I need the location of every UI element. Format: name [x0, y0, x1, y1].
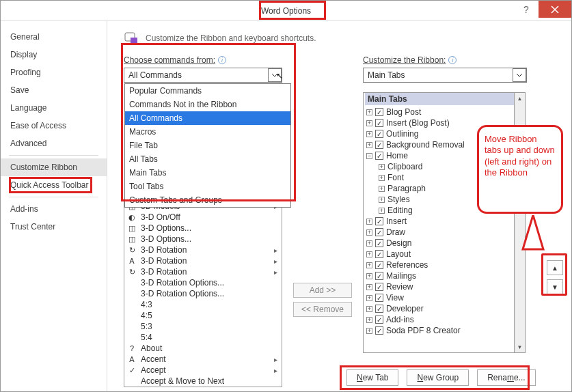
sidebar-item-save[interactable]: Save [1, 81, 107, 99]
checkbox[interactable] [375, 283, 383, 291]
dropdown-option[interactable]: Tool Tabs [125, 180, 290, 193]
command-item[interactable]: 5:4 [126, 332, 280, 343]
tree-label: Font [387, 173, 404, 182]
command-item[interactable]: ◫3-D Options... [126, 223, 280, 234]
expand-icon[interactable]: + [366, 262, 372, 268]
tree-row[interactable]: +Insert [366, 216, 513, 227]
tree-row[interactable]: +Draw [366, 227, 513, 238]
command-item[interactable]: Accept All Changes [126, 387, 280, 387]
command-item[interactable]: ✓Accept▸ [126, 365, 280, 376]
tree-row[interactable]: +Add-ins [366, 314, 513, 325]
scroll-up-icon[interactable]: ▲ [515, 93, 525, 104]
dropdown-option[interactable]: All Commands [125, 111, 290, 125]
expand-icon[interactable]: + [366, 219, 372, 225]
expand-icon[interactable]: + [366, 295, 372, 301]
sidebar-item-proofing[interactable]: Proofing [1, 64, 107, 81]
tree-row[interactable]: +Design [366, 238, 513, 249]
tree-row[interactable]: +Blog Post [366, 107, 513, 117]
expand-icon[interactable]: + [366, 284, 372, 290]
expand-icon[interactable]: + [366, 328, 372, 334]
checkbox[interactable] [375, 119, 383, 127]
checkbox[interactable] [375, 261, 383, 269]
expand-icon[interactable]: + [366, 251, 372, 257]
dropdown-option[interactable]: Custom Tabs and Groups [125, 193, 290, 207]
sidebar-item-trust-center[interactable]: Trust Center [1, 218, 107, 236]
checkbox[interactable] [375, 152, 383, 160]
dropdown-option[interactable]: Main Tabs [125, 166, 290, 180]
checkbox[interactable] [375, 294, 383, 302]
checkbox[interactable] [375, 108, 383, 116]
expand-icon[interactable]: + [379, 208, 385, 214]
remove-button[interactable]: << Remove [293, 302, 352, 317]
sidebar-item-qat[interactable]: Quick Access Toolbar [1, 176, 107, 194]
expand-icon[interactable]: + [379, 164, 385, 170]
command-item[interactable]: 5:3 [126, 321, 280, 332]
sidebar-item-ease-of-access[interactable]: Ease of Access [1, 117, 107, 135]
help-button[interactable]: ? [514, 1, 539, 18]
tree-row[interactable]: +Soda PDF 8 Creator [366, 325, 513, 336]
command-item[interactable]: 4:3 [126, 299, 280, 310]
expand-icon[interactable]: + [366, 142, 372, 148]
expand-icon[interactable]: + [366, 229, 372, 236]
expand-icon[interactable]: + [366, 306, 372, 312]
sidebar-item-general[interactable]: General [1, 28, 107, 46]
dropdown-option[interactable]: Macros [125, 125, 290, 139]
command-item[interactable]: 3-D Rotation Options... [126, 277, 280, 288]
expand-icon[interactable]: + [366, 240, 372, 247]
checkbox[interactable] [375, 239, 383, 247]
sidebar-item-display[interactable]: Display [1, 46, 107, 64]
checkbox[interactable] [375, 316, 383, 324]
command-item[interactable]: Accept & Move to Next [126, 376, 280, 387]
customize-ribbon-select[interactable]: Main Tabs [363, 68, 527, 83]
checkbox[interactable] [375, 326, 383, 335]
tree-row[interactable]: +Mailings [366, 270, 513, 281]
checkbox[interactable] [375, 217, 383, 225]
expand-icon[interactable]: + [366, 131, 372, 137]
command-item[interactable]: ↻3-D Rotation▸ [126, 266, 280, 277]
checkbox[interactable] [375, 305, 383, 313]
expand-icon[interactable]: + [366, 109, 372, 115]
dropdown-option[interactable]: All Tabs [125, 152, 290, 166]
dropdown-button[interactable] [513, 68, 526, 82]
expand-icon[interactable]: + [366, 317, 372, 323]
scroll-down-icon[interactable]: ▼ [515, 341, 525, 352]
command-item[interactable]: 4:5 [126, 310, 280, 321]
sidebar-item-customize-ribbon[interactable]: Customize Ribbon [1, 158, 107, 176]
sidebar-item-language[interactable]: Language [1, 99, 107, 117]
expand-icon[interactable]: + [379, 175, 385, 181]
info-icon[interactable]: i [448, 56, 457, 64]
tree-row[interactable]: +Review [366, 281, 513, 292]
command-item[interactable]: 3-D Rotation Options... [126, 288, 280, 299]
choose-commands-value: All Commands [128, 70, 182, 80]
expand-icon[interactable]: + [366, 273, 372, 279]
dropdown-option[interactable]: Popular Commands [125, 84, 290, 98]
tree-row[interactable]: +View [366, 292, 513, 303]
dropdown-option[interactable]: File Tab [125, 139, 290, 152]
add-button[interactable]: Add >> [293, 283, 352, 298]
command-item[interactable]: ↻3-D Rotation▸ [126, 244, 280, 255]
sidebar-item-addins[interactable]: Add-ins [1, 200, 107, 218]
dropdown-option[interactable]: Commands Not in the Ribbon [125, 98, 290, 111]
command-item[interactable]: ?About [126, 343, 280, 354]
checkbox[interactable] [375, 250, 383, 258]
checkbox[interactable] [375, 272, 383, 280]
expand-icon[interactable]: + [379, 197, 385, 203]
collapse-icon[interactable]: − [366, 153, 372, 159]
command-item[interactable]: A3-D Rotation▸ [126, 255, 280, 266]
commands-list[interactable]: ◫3D Models▸◐3-D On/Off◫3-D Options...◫3-… [124, 199, 282, 387]
close-button[interactable] [539, 1, 571, 18]
checkbox[interactable] [375, 228, 383, 236]
choose-commands-select[interactable]: All Commands ↖ Popular CommandsCommands … [124, 68, 282, 83]
expand-icon[interactable]: + [366, 120, 372, 126]
sidebar-item-advanced[interactable]: Advanced [1, 135, 107, 152]
command-item[interactable]: AAccent▸ [126, 354, 280, 365]
expand-icon[interactable]: + [379, 186, 385, 192]
tree-row[interactable]: +References [366, 260, 513, 270]
checkbox[interactable] [375, 141, 383, 149]
command-item[interactable]: ◫3-D Options... [126, 234, 280, 244]
command-item[interactable]: ◐3-D On/Off [126, 212, 280, 223]
checkbox[interactable] [375, 130, 383, 138]
tree-row[interactable]: +Developer [366, 303, 513, 314]
tree-row[interactable]: +Layout [366, 249, 513, 260]
info-icon[interactable]: i [218, 56, 226, 64]
